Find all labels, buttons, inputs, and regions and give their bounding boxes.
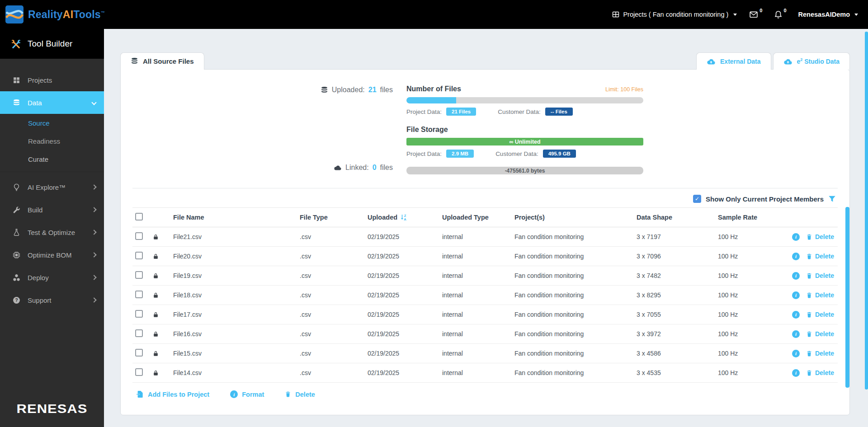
file-type: .csv bbox=[300, 311, 368, 318]
data-source-tabs: External Data e2 Studio Data bbox=[696, 52, 850, 70]
row-checkbox[interactable] bbox=[135, 310, 143, 318]
delete-button[interactable]: Delete bbox=[806, 291, 834, 299]
file-projects: Fan condition monitoring bbox=[514, 311, 637, 318]
sidebar-item-deploy[interactable]: Deploy bbox=[0, 266, 104, 289]
sidebar-item-curate[interactable]: Curate bbox=[0, 150, 104, 168]
delete-button[interactable]: Delete bbox=[806, 253, 834, 260]
trash-icon bbox=[806, 311, 812, 318]
projects-menu[interactable]: Projects ( Fan condition monitoring ) bbox=[612, 11, 737, 18]
data-shape: 3 x 7055 bbox=[637, 311, 718, 318]
filter-checkbox[interactable]: ✓ bbox=[693, 195, 701, 203]
filter-funnel-icon[interactable] bbox=[828, 195, 836, 202]
delete-button[interactable]: Delete bbox=[806, 369, 834, 376]
source-files-card: Uploaded: 21 files Linked: 0 files Numbe… bbox=[120, 69, 850, 415]
select-all-checkbox[interactable] bbox=[135, 213, 143, 221]
row-checkbox[interactable] bbox=[135, 291, 143, 298]
sidebar-item-ai-explore[interactable]: AI Explore™ bbox=[0, 176, 104, 198]
files-badges-row: Project Data: 21 Files Customer Data: --… bbox=[406, 108, 643, 116]
info-icon[interactable]: i bbox=[792, 350, 800, 357]
file-name[interactable]: File20.csv bbox=[173, 253, 300, 260]
row-checkbox[interactable] bbox=[135, 271, 143, 279]
number-of-files-title: Number of Files bbox=[406, 85, 461, 93]
file-name[interactable]: File16.csv bbox=[173, 330, 300, 338]
chevron-right-icon bbox=[91, 230, 96, 235]
info-icon[interactable]: i bbox=[792, 330, 800, 338]
table-row: File16.csv .csv 02/19/2025 internal Fan … bbox=[132, 324, 838, 344]
external-data-label: External Data bbox=[720, 58, 760, 65]
cubes-icon bbox=[13, 274, 20, 282]
row-checkbox[interactable] bbox=[135, 368, 143, 376]
uploaded-type: internal bbox=[442, 369, 514, 376]
row-checkbox[interactable] bbox=[135, 252, 143, 259]
chevron-right-icon bbox=[91, 297, 96, 302]
sidebar-item-projects[interactable]: Projects bbox=[0, 69, 104, 91]
database-icon bbox=[13, 99, 20, 107]
sidebar-item-data[interactable]: Data bbox=[0, 91, 104, 114]
header-projects[interactable]: Project(s) bbox=[514, 214, 637, 221]
database-icon bbox=[321, 86, 328, 94]
sample-rate: 100 Hz bbox=[718, 291, 786, 299]
row-checkbox[interactable] bbox=[135, 329, 143, 337]
notifications-button[interactable]: 0 bbox=[774, 10, 786, 19]
messages-button[interactable]: 0 bbox=[749, 10, 762, 19]
format-button[interactable]: i Format bbox=[230, 390, 264, 398]
sidebar-item-readiness[interactable]: Readiness bbox=[0, 132, 104, 150]
delete-label: Delete bbox=[815, 233, 834, 240]
table-scrollbar[interactable] bbox=[845, 207, 849, 388]
tool-builder-header[interactable]: Tool Builder bbox=[0, 29, 104, 59]
sidebar-item-label: Support bbox=[28, 296, 52, 304]
user-menu[interactable]: RenesasAIDemo bbox=[798, 11, 858, 18]
sidebar-item-build[interactable]: Build bbox=[0, 198, 104, 221]
sidebar-item-support[interactable]: ? Support bbox=[0, 289, 104, 311]
header-data-shape[interactable]: Data Shape bbox=[637, 214, 718, 221]
file-name[interactable]: File17.csv bbox=[173, 311, 300, 318]
brand-part-tools: Tools bbox=[73, 9, 101, 20]
file-name[interactable]: File15.csv bbox=[173, 350, 300, 357]
info-icon[interactable]: i bbox=[792, 311, 800, 319]
info-icon[interactable]: i bbox=[792, 369, 800, 377]
tab-all-source-files[interactable]: All Source Files bbox=[120, 52, 204, 70]
header-sample-rate[interactable]: Sample Rate bbox=[718, 214, 786, 221]
lock-icon bbox=[152, 272, 159, 279]
info-icon[interactable]: i bbox=[792, 233, 800, 241]
info-icon[interactable]: i bbox=[792, 291, 800, 299]
file-name[interactable]: File14.csv bbox=[173, 369, 300, 376]
delete-button[interactable]: Delete bbox=[806, 350, 834, 357]
wrench-icon bbox=[13, 206, 20, 214]
delete-button[interactable]: Delete bbox=[806, 311, 834, 318]
add-files-to-project-button[interactable]: Add Files to Project bbox=[136, 390, 209, 398]
uploaded-date: 02/19/2025 bbox=[368, 272, 442, 279]
studio-data-button[interactable]: e2 Studio Data bbox=[773, 52, 850, 70]
delete-button[interactable]: Delete bbox=[806, 330, 834, 338]
brand-part-ai: AI bbox=[63, 9, 73, 20]
info-icon[interactable]: i bbox=[792, 272, 800, 280]
external-data-button[interactable]: External Data bbox=[696, 52, 771, 70]
sample-rate: 100 Hz bbox=[718, 311, 786, 318]
brand-trademark: ™ bbox=[101, 10, 105, 15]
sidebar-item-source[interactable]: Source bbox=[0, 114, 104, 132]
file-name[interactable]: File21.csv bbox=[173, 233, 300, 240]
uploaded-date: 02/19/2025 bbox=[368, 253, 442, 260]
chip-icon bbox=[13, 251, 20, 259]
bulk-delete-button[interactable]: Delete bbox=[285, 391, 315, 398]
linked-bytes-bar: -475561.0 bytes bbox=[406, 167, 643, 174]
file-name[interactable]: File18.csv bbox=[173, 291, 300, 299]
header-file-name[interactable]: File Name bbox=[173, 214, 300, 221]
row-checkbox[interactable] bbox=[135, 232, 143, 240]
file-name[interactable]: File19.csv bbox=[173, 272, 300, 279]
file-type: .csv bbox=[300, 272, 368, 279]
delete-button[interactable]: Delete bbox=[806, 272, 834, 279]
header-uploaded-type[interactable]: Uploaded Type bbox=[442, 214, 514, 221]
header-uploaded[interactable]: Uploaded Z A bbox=[368, 214, 442, 221]
sidebar: Tool Builder Projects Data Source Readin… bbox=[0, 29, 104, 427]
page-scrollbar[interactable] bbox=[865, 32, 868, 389]
header-file-type[interactable]: File Type bbox=[300, 214, 368, 221]
row-checkbox[interactable] bbox=[135, 349, 143, 357]
delete-label: Delete bbox=[815, 291, 834, 299]
info-icon[interactable]: i bbox=[792, 253, 800, 260]
sidebar-item-test-optimize[interactable]: Test & Optimize bbox=[0, 221, 104, 244]
delete-button[interactable]: Delete bbox=[806, 233, 834, 240]
sidebar-item-optimize-bom[interactable]: Optimize BOM bbox=[0, 244, 104, 266]
file-type: .csv bbox=[300, 253, 368, 260]
chevron-right-icon bbox=[91, 275, 96, 280]
